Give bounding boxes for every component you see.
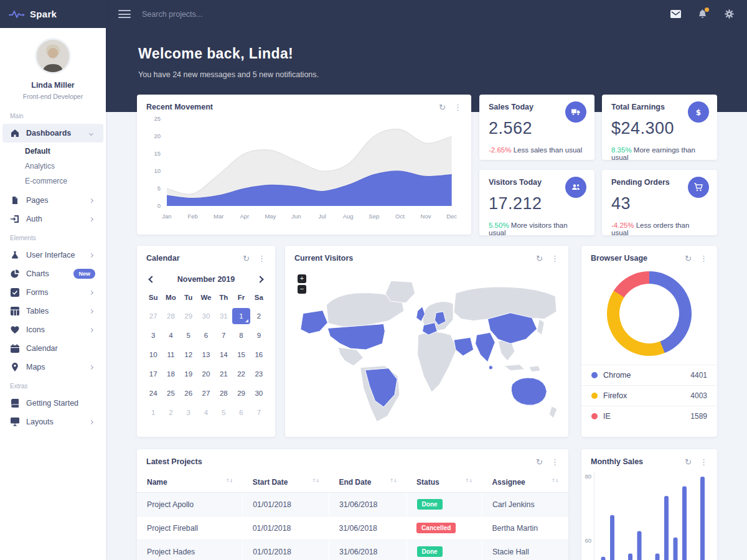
refresh-icon[interactable]: ↻ <box>536 458 543 466</box>
sidebar-item-user-interface[interactable]: User Interface <box>2 246 103 264</box>
calendar-day[interactable]: 26 <box>180 385 197 401</box>
refresh-icon[interactable]: ↻ <box>685 254 692 263</box>
map-country-indonesia[interactable] <box>504 365 525 371</box>
map-country-sri-lanka[interactable] <box>489 366 492 370</box>
map-zoom-out-button[interactable]: − <box>298 285 306 294</box>
calendar-day[interactable]: 14 <box>215 347 232 363</box>
calendar-day[interactable]: 24 <box>144 385 162 401</box>
refresh-icon[interactable]: ↻ <box>685 458 692 466</box>
column-header-end-date[interactable]: End Date↑↓ <box>329 472 406 493</box>
calendar-day[interactable]: 3 <box>144 327 162 343</box>
calendar-day[interactable]: 8 <box>232 327 250 343</box>
map-country-usa[interactable] <box>327 324 385 350</box>
calendar-day[interactable]: 9 <box>250 327 268 343</box>
map-zoom-in-button[interactable]: + <box>298 274 306 283</box>
calendar-day[interactable]: 16 <box>250 347 268 363</box>
kebab-menu-icon[interactable]: ⋮ <box>551 254 559 263</box>
calendar-day[interactable]: 21 <box>215 366 232 382</box>
kebab-menu-icon[interactable]: ⋮ <box>454 103 462 111</box>
calendar-day[interactable]: 1 <box>144 404 162 421</box>
map-country-alaska[interactable] <box>301 310 327 334</box>
map-country-india[interactable] <box>476 332 496 362</box>
table-row[interactable]: Project Fireball01/01/201831/06/2018Canc… <box>137 516 568 540</box>
calendar-day[interactable]: 3 <box>180 404 197 421</box>
calendar-day[interactable]: 4 <box>162 327 179 343</box>
sidebar-item-layouts[interactable]: Layouts <box>2 413 103 431</box>
calendar-day[interactable]: 19 <box>180 366 197 382</box>
settings-gear-icon[interactable] <box>724 9 735 19</box>
sidebar-item-tables[interactable]: Tables <box>2 302 103 320</box>
calendar-day[interactable]: 13 <box>197 347 215 363</box>
map-country-china[interactable] <box>487 313 537 343</box>
kebab-menu-icon[interactable]: ⋮ <box>551 458 559 466</box>
map-country-indonesia-2[interactable] <box>529 366 541 372</box>
calendar-day[interactable]: 27 <box>144 308 162 324</box>
map-country-saudi-arabia[interactable] <box>454 337 474 356</box>
calendar-day[interactable]: 6 <box>197 327 215 343</box>
calendar-day[interactable]: 2 <box>250 308 268 324</box>
calendar-day[interactable]: 23 <box>250 366 268 382</box>
table-row[interactable]: Project Hades01/01/201831/06/2018DoneSta… <box>137 540 568 560</box>
sidebar-item-calendar[interactable]: Calendar <box>2 339 103 358</box>
mail-icon[interactable] <box>670 9 681 19</box>
calendar-next-button[interactable] <box>256 276 263 282</box>
calendar-day[interactable]: 2 <box>162 404 179 421</box>
calendar-day[interactable]: 6 <box>232 404 250 421</box>
calendar-day[interactable]: 30 <box>197 308 215 324</box>
sidebar-item-icons[interactable]: Icons <box>2 320 103 339</box>
refresh-icon[interactable]: ↻ <box>243 254 250 263</box>
calendar-day[interactable]: 12 <box>180 347 197 363</box>
calendar-day[interactable]: 29 <box>232 385 250 401</box>
sort-icon[interactable]: ↑↓ <box>552 478 558 483</box>
column-header-name[interactable]: Name↑↓ <box>137 472 243 493</box>
refresh-icon[interactable]: ↻ <box>439 103 446 111</box>
calendar-day[interactable]: 10 <box>144 347 162 363</box>
notifications-bell-icon[interactable] <box>697 9 708 19</box>
hamburger-menu-icon[interactable] <box>118 8 131 21</box>
column-header-start-date[interactable]: Start Date↑↓ <box>243 472 329 493</box>
sidebar-subitem-default[interactable]: Default <box>0 144 106 159</box>
sidebar-subitem-e-commerce[interactable]: E-commerce <box>0 174 106 189</box>
calendar-day[interactable]: 31 <box>215 308 232 324</box>
calendar-day[interactable]: 30 <box>250 385 268 401</box>
calendar-day[interactable]: 29 <box>180 308 197 324</box>
sidebar-item-getting-started[interactable]: Getting Started <box>2 394 103 413</box>
sidebar-item-pages[interactable]: Pages <box>2 191 103 210</box>
sidebar-item-charts[interactable]: ChartsNew <box>2 264 103 283</box>
calendar-day-selected[interactable]: 1 <box>232 308 250 324</box>
calendar-day[interactable]: 11 <box>162 347 179 363</box>
map-country-africa[interactable] <box>418 332 457 392</box>
kebab-menu-icon[interactable]: ⋮ <box>700 254 708 263</box>
calendar-day[interactable]: 28 <box>215 385 232 401</box>
calendar-day[interactable]: 27 <box>197 385 215 401</box>
sort-icon[interactable]: ↑↓ <box>465 478 472 483</box>
calendar-day[interactable]: 17 <box>144 366 162 382</box>
calendar-day[interactable]: 4 <box>197 404 215 421</box>
calendar-day[interactable]: 7 <box>215 327 232 343</box>
sidebar-subitem-analytics[interactable]: Analytics <box>0 159 106 174</box>
calendar-day[interactable]: 7 <box>250 404 268 421</box>
sort-icon[interactable]: ↑↓ <box>390 478 397 483</box>
calendar-day[interactable]: 28 <box>162 308 179 324</box>
calendar-day[interactable]: 15 <box>232 347 250 363</box>
calendar-day[interactable]: 25 <box>162 385 179 401</box>
calendar-day[interactable]: 5 <box>180 327 197 343</box>
table-row[interactable]: Project Apollo01/01/201831/06/2018DoneCa… <box>137 493 568 516</box>
map-country-japan[interactable] <box>537 319 544 335</box>
calendar-day[interactable]: 20 <box>197 366 215 382</box>
map-country-greenland[interactable] <box>385 281 415 303</box>
kebab-menu-icon[interactable]: ⋮ <box>700 458 708 466</box>
sidebar-item-auth[interactable]: Auth <box>2 210 103 228</box>
column-header-status[interactable]: Status↑↓ <box>406 472 482 493</box>
map-country-new-zealand[interactable] <box>549 406 557 418</box>
sort-icon[interactable]: ↑↓ <box>225 478 232 483</box>
sidebar-item-maps[interactable]: Maps <box>2 358 103 376</box>
map-country-mexico[interactable] <box>338 347 364 366</box>
calendar-day[interactable]: 5 <box>215 404 232 421</box>
kebab-menu-icon[interactable]: ⋮ <box>258 254 266 263</box>
brand[interactable]: Spark <box>0 0 106 28</box>
calendar-day[interactable]: 18 <box>162 366 179 382</box>
sort-icon[interactable]: ↑↓ <box>312 478 319 483</box>
sidebar-item-forms[interactable]: Forms <box>2 283 103 302</box>
refresh-icon[interactable]: ↻ <box>536 254 543 263</box>
